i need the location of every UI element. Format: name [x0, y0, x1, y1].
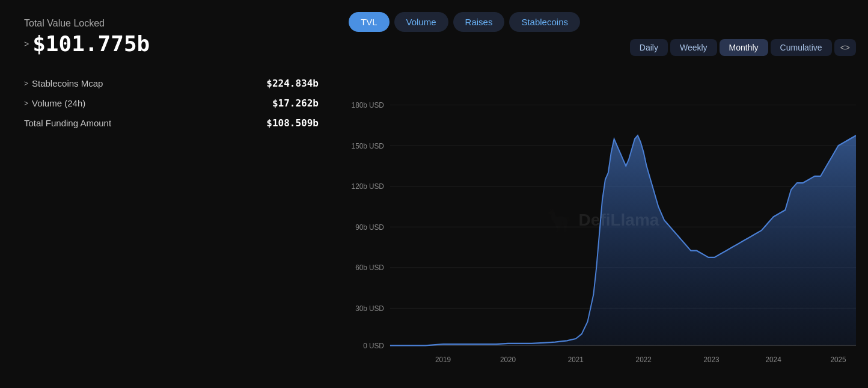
tab-volume[interactable]: Volume — [394, 12, 448, 32]
filter-cumulative[interactable]: Cumulative — [771, 39, 832, 56]
stablecoins-label[interactable]: > Stablecoins Mcap — [24, 78, 103, 88]
chart-area: 180b USD 150b USD 120b USD 90b USD 60b U… — [349, 64, 856, 376]
stablecoins-chevron: > — [24, 79, 28, 88]
tvl-chart: 180b USD 150b USD 120b USD 90b USD 60b U… — [349, 64, 856, 376]
funding-value: $108.509b — [266, 117, 319, 129]
funding-label: Total Funding Amount — [24, 118, 111, 128]
left-panel: Total Value Locked > $101.775b > Stablec… — [0, 0, 343, 388]
volume-label[interactable]: > Volume (24h) — [24, 98, 85, 108]
filter-nav[interactable]: <> — [834, 39, 856, 56]
stats-section: > Stablecoins Mcap $224.834b > Volume (2… — [24, 78, 319, 129]
tab-raises[interactable]: Raises — [453, 12, 505, 32]
volume-value: $17.262b — [272, 97, 319, 109]
svg-text:2022: 2022 — [636, 356, 652, 365]
tvl-section: Total Value Locked > $101.775b — [24, 18, 319, 56]
svg-text:2020: 2020 — [500, 356, 516, 365]
filter-monthly[interactable]: Monthly — [720, 39, 768, 56]
tab-tvl[interactable]: TVL — [349, 12, 390, 32]
svg-text:60b USD: 60b USD — [355, 263, 384, 273]
svg-text:150b USD: 150b USD — [352, 141, 384, 150]
svg-text:2019: 2019 — [435, 356, 451, 365]
right-panel: TVL Volume Raises Stablecoins Daily Week… — [343, 0, 868, 388]
stablecoins-value: $224.834b — [266, 78, 319, 89]
volume-chevron: > — [24, 99, 28, 108]
svg-text:30b USD: 30b USD — [355, 304, 384, 313]
tvl-amount: $101.775b — [32, 31, 150, 56]
chart-tabs: TVL Volume Raises Stablecoins — [349, 12, 856, 32]
tvl-expand-chevron[interactable]: > — [24, 39, 29, 49]
tab-stablecoins[interactable]: Stablecoins — [509, 12, 580, 32]
svg-text:0 USD: 0 USD — [363, 341, 384, 350]
stat-row-funding: Total Funding Amount $108.509b — [24, 117, 319, 129]
svg-text:2023: 2023 — [703, 356, 719, 365]
stat-row-volume: > Volume (24h) $17.262b — [24, 97, 319, 109]
svg-text:180b USD: 180b USD — [352, 100, 384, 109]
svg-text:120b USD: 120b USD — [352, 182, 384, 191]
filter-daily[interactable]: Daily — [630, 39, 668, 56]
svg-text:2025: 2025 — [830, 356, 846, 365]
svg-text:2024: 2024 — [766, 356, 781, 365]
filter-weekly[interactable]: Weekly — [670, 39, 717, 56]
svg-text:2021: 2021 — [568, 356, 584, 365]
stat-row-stablecoins: > Stablecoins Mcap $224.834b — [24, 78, 319, 89]
svg-text:90b USD: 90b USD — [355, 223, 384, 232]
tvl-label: Total Value Locked — [24, 18, 319, 29]
time-filters: Daily Weekly Monthly Cumulative <> — [349, 39, 856, 56]
